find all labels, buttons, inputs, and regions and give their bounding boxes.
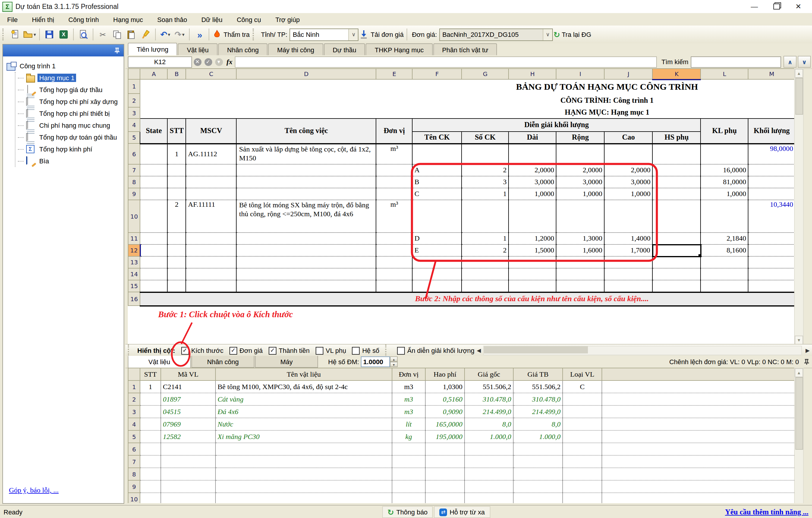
- hscroll-left-icon[interactable]: ◀: [477, 347, 481, 354]
- hdr-ten-ck[interactable]: Tên CK: [412, 131, 462, 144]
- minimize-icon[interactable]: —: [751, 3, 758, 10]
- cell-cao[interactable]: 1,0000: [604, 188, 652, 200]
- hdr-ten-cong-viec[interactable]: Tên công việc: [236, 119, 376, 144]
- new-button[interactable]: [9, 28, 22, 41]
- m-code[interactable]: 01897: [161, 393, 215, 405]
- hdr-kl-phu[interactable]: KL phụ: [700, 119, 748, 144]
- cell-cao[interactable]: 3,0000: [604, 176, 652, 188]
- cell-rong[interactable]: 1,0000: [556, 188, 604, 200]
- copy-button[interactable]: [111, 28, 124, 41]
- tab-may-thi-cong[interactable]: Máy thi công: [268, 43, 323, 55]
- btab-nhan-cong[interactable]: Nhân công: [192, 356, 254, 368]
- m-giagoc[interactable]: 214.499,0: [465, 405, 513, 418]
- m-code[interactable]: C2141: [161, 380, 215, 393]
- m-unit[interactable]: m3: [392, 405, 425, 418]
- row-header-5[interactable]: 5: [128, 131, 140, 144]
- checkbox-he-so[interactable]: [352, 346, 360, 354]
- hdr-mscv[interactable]: MSCV: [186, 119, 236, 144]
- m-stt[interactable]: 1: [140, 380, 161, 393]
- m-giagoc[interactable]: 310.478,0: [465, 393, 513, 405]
- row-header-12-selected[interactable]: 12: [128, 244, 140, 256]
- cell-so-ck[interactable]: 2: [462, 244, 509, 256]
- cell-ck-A[interactable]: A: [412, 164, 462, 176]
- menu-soan-thao[interactable]: Soạn thảo: [150, 14, 194, 25]
- cancel-entry-button[interactable]: ✕: [192, 57, 203, 66]
- cell-unit-1[interactable]: m³: [376, 144, 412, 164]
- sheet-vertical-scrollbar[interactable]: ▲ ▼: [794, 68, 804, 344]
- search-down-button[interactable]: ∨: [798, 56, 811, 68]
- spin-up-icon[interactable]: ▲: [390, 357, 398, 362]
- hdr-hs-phu[interactable]: HS phụ: [652, 131, 700, 144]
- mrow-header[interactable]: 10: [128, 493, 140, 503]
- sheet-subtitle-cong-trinh[interactable]: CÔNG TRÌNH: Công trình 1: [140, 94, 795, 107]
- hdr-so-ck[interactable]: Số CK: [462, 131, 509, 144]
- cell-kl-phu[interactable]: 81,0000: [700, 176, 748, 188]
- hdr-dai[interactable]: Dài: [509, 131, 556, 144]
- col-header-J[interactable]: J: [604, 69, 652, 79]
- close-icon[interactable]: ✕: [795, 3, 801, 10]
- m-unit[interactable]: m3: [392, 393, 425, 405]
- m-haophi[interactable]: 195,0000: [425, 430, 465, 443]
- m-loai[interactable]: C: [563, 380, 602, 393]
- cell-kl-phu[interactable]: 16,0000: [700, 164, 748, 176]
- cell-rong[interactable]: 1,6000: [556, 244, 604, 256]
- mrow-header[interactable]: 5: [128, 430, 140, 443]
- cell-so-ck[interactable]: 1: [462, 188, 509, 200]
- row-header-1[interactable]: 1: [128, 79, 140, 94]
- m-haophi[interactable]: 1,0300: [425, 380, 465, 393]
- hdr-khoi-luong[interactable]: Khối lượng: [748, 119, 795, 144]
- tree-item-bia[interactable]: Bìa: [18, 155, 122, 167]
- pin-icon[interactable]: [114, 47, 120, 54]
- col-header-D[interactable]: D: [236, 69, 376, 79]
- m-name[interactable]: Đá 4x6: [215, 405, 392, 418]
- cell-reference-box[interactable]: K12: [128, 56, 192, 67]
- menu-tro-giup[interactable]: Trợ giúp: [268, 14, 307, 25]
- col-header-M[interactable]: M: [748, 69, 795, 79]
- cell-dai[interactable]: 3,0000: [509, 176, 556, 188]
- checkbox-kich-thuoc-label[interactable]: Kích thước: [191, 347, 224, 354]
- ho-tro-tu-xa-button[interactable]: ⇄ Hỗ trợ từ xa: [434, 506, 490, 518]
- tree-item-tong-hop-chi-phi-thiet-bi[interactable]: Tổng hợp chi phí thiết bị: [18, 108, 122, 119]
- checkbox-vl-phu[interactable]: [316, 346, 323, 354]
- row-header-16[interactable]: 16: [128, 292, 140, 306]
- tree-item-chi-phi-hang-muc-chung[interactable]: Chi phí hạng mục chung: [18, 119, 122, 131]
- checkbox-thanh-tien-label[interactable]: Thành tiền: [279, 347, 310, 354]
- cut-button[interactable]: ✂: [96, 28, 109, 41]
- select-all-corner[interactable]: [128, 69, 140, 79]
- materials-corner[interactable]: [128, 368, 140, 380]
- m-haophi[interactable]: 0,9090: [425, 405, 465, 418]
- redo-button[interactable]: ↷▾: [173, 28, 186, 41]
- cell-dai[interactable]: 2,0000: [509, 164, 556, 176]
- row-header-7[interactable]: 7: [128, 164, 140, 176]
- cell-khoi-luong-2[interactable]: 10,3440: [748, 200, 795, 233]
- tab-phan-tich-vat-tu[interactable]: Phân tích vật tư: [433, 43, 497, 55]
- m-code[interactable]: 07969: [161, 418, 215, 430]
- mhdr-don-vi[interactable]: Đơn vị: [392, 368, 425, 380]
- tree-item-hang-muc-1[interactable]: Hạng mục 1: [18, 72, 122, 84]
- checkbox-don-gia[interactable]: [229, 346, 237, 354]
- m-giatb[interactable]: 1.000,0: [513, 430, 563, 443]
- col-header-F[interactable]: F: [412, 69, 462, 79]
- m-name[interactable]: Cát vàng: [215, 393, 392, 405]
- m-haophi[interactable]: 165,0000: [425, 418, 465, 430]
- expand-formula-button[interactable]: ▾: [213, 57, 224, 66]
- print-preview-button[interactable]: [77, 28, 90, 41]
- menu-cong-cu[interactable]: Công cụ: [229, 14, 268, 25]
- export-excel-button[interactable]: X: [57, 28, 70, 41]
- spin-down-icon[interactable]: ▼: [390, 362, 398, 367]
- cell-so-ck[interactable]: 3: [462, 176, 509, 188]
- horizontal-scrollbar[interactable]: [483, 346, 802, 355]
- cell-rong[interactable]: 2,0000: [556, 164, 604, 176]
- cell-kl-phu[interactable]: 1,0000: [700, 188, 748, 200]
- m-giagoc[interactable]: 1.000,0: [465, 430, 513, 443]
- tab-nhan-cong[interactable]: Nhân công: [218, 43, 267, 55]
- cell-ck-B[interactable]: B: [412, 176, 462, 188]
- mhdr-gia-tb[interactable]: Giá TB: [513, 368, 563, 380]
- mhdr-loai-vl[interactable]: Loại VL: [563, 368, 602, 380]
- mhdr-ten-vat-lieu[interactable]: Tên vật liệu: [215, 368, 392, 380]
- m-unit[interactable]: m3: [392, 380, 425, 393]
- m-name[interactable]: Xi măng PC30: [215, 430, 392, 443]
- scroll-down-icon[interactable]: ▼: [795, 336, 803, 344]
- tab-vat-lieu[interactable]: Vật liệu: [178, 43, 218, 55]
- checkbox-don-gia-label[interactable]: Đơn giá: [239, 347, 263, 354]
